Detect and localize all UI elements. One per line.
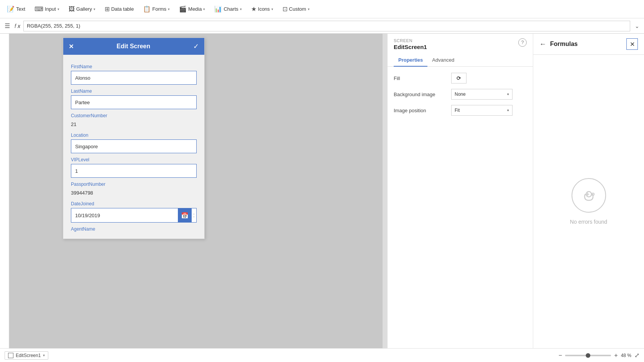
toolbar: 📝 Text ⌨ Input ▾ 🖼 Gallery ▾ ⊞ Data tabl… [0,0,644,18]
toolbar-item-gallery[interactable]: 🖼 Gallery ▾ [65,3,99,15]
image-position-value: Fit ▾ [451,105,527,116]
passportnumber-label: PassportNumber [71,182,197,187]
fill-icon: ⟳ [457,75,461,81]
toolbar-item-forms[interactable]: 📋 Forms ▾ [139,3,174,15]
firstname-label: FirstName [71,64,197,69]
firstname-input[interactable] [71,71,197,85]
edit-screen-header: ✕ Edit Screen ✓ [63,38,204,55]
toolbar-item-text[interactable]: 📝 Text [3,3,29,15]
edit-screen-close-button[interactable]: ✕ [69,43,74,50]
custom-icon: ⊡ [283,5,288,13]
close-icon: ✕ [630,41,635,48]
icons-icon: ★ [251,5,256,13]
properties-content: Fill ⟳ Background image None ▾ Image pos [388,67,533,127]
calendar-button[interactable]: 📅 [178,208,192,222]
background-image-select[interactable]: None ▾ [451,89,513,100]
toolbar-item-datatable[interactable]: ⊞ Data table [101,3,138,15]
charts-chevron-icon: ▾ [240,7,242,11]
image-position-label: Image position [394,108,451,113]
formulas-close-button[interactable]: ✕ [626,38,638,50]
fill-row: Fill ⟳ [394,73,527,84]
zoom-in-button[interactable]: + [614,352,618,359]
toolbar-item-custom[interactable]: ⊡ Custom ▾ [279,3,314,15]
forms-icon: 📋 [143,5,151,13]
bottom-screen-name: EditScreen1 [16,353,41,358]
customernumber-label: CustomerNumber [71,113,197,118]
properties-panel: SCREEN EditScreen1 Properties Advanced F… [387,34,533,348]
edit-screen-panel: ✕ Edit Screen ✓ FirstName LastName Custo… [63,38,205,239]
screen-label: SCREEN [388,34,533,44]
canvas-area: ✕ Edit Screen ✓ FirstName LastName Custo… [9,34,387,348]
formulas-content: No errors found [533,55,644,348]
gallery-chevron-icon: ▾ [94,7,95,11]
icons-chevron-icon: ▾ [271,7,273,11]
formula-expand-icon[interactable]: ⌄ [633,21,641,31]
no-errors-text: No errors found [570,219,607,225]
customernumber-value: 21 [71,120,197,129]
passportnumber-value: 39944798 [71,188,197,197]
lastname-label: LastName [71,88,197,94]
forms-chevron-icon: ▾ [168,7,170,11]
zoom-controls: − + 48 % ⤢ [559,352,639,359]
formulas-panel: ← Formulas ✕ No errors found [533,34,644,348]
toolbar-item-charts[interactable]: 📊 Charts ▾ [210,3,245,15]
charts-icon: 📊 [214,5,222,13]
zoom-slider-thumb [586,353,590,358]
toolbar-forms-label: Forms [152,6,166,12]
formula-bar: ☰ fx ⌄ [0,18,644,34]
background-image-row: Background image None ▾ [394,89,527,100]
left-sidebar [0,34,9,348]
calendar-icon: 📅 [181,212,189,219]
media-icon: 🎬 [179,5,187,13]
no-errors-icon [572,178,606,213]
edit-screen-confirm-button[interactable]: ✓ [193,42,199,51]
media-chevron-icon: ▾ [203,7,205,11]
background-image-chevron-icon: ▾ [507,92,509,96]
edit-screen-body: FirstName LastName CustomerNumber 21 Loc… [63,55,204,239]
toolbar-item-input[interactable]: ⌨ Input ▾ [31,3,63,15]
lastname-input[interactable] [71,95,197,109]
fx-indicator: fx [15,23,20,29]
formulas-title: Formulas [550,41,623,48]
expand-icon[interactable]: ⤢ [634,352,639,359]
screen-rect-icon [8,353,13,358]
toolbar-icons-label: Icons [258,6,270,12]
bottom-screen-chevron-icon: ▾ [43,353,45,357]
fill-color-picker[interactable]: ⟳ [451,73,467,84]
formulas-header: ← Formulas ✕ [533,34,644,55]
edit-screen-title: Edit Screen [117,43,150,50]
datejoined-label: DateJoined [71,201,197,206]
viplevel-input[interactable] [71,164,197,178]
toolbar-item-icons[interactable]: ★ Icons ▾ [247,3,277,15]
fill-value: ⟳ [451,73,527,84]
image-position-option: Fit [455,108,460,113]
zoom-value: 48 % [621,353,631,358]
properties-tabs: Properties Advanced [388,54,533,67]
screen-name: EditScreen1 [388,44,533,54]
date-separator: : [192,212,196,219]
background-image-label: Background image [394,92,451,97]
input-chevron-icon: ▾ [58,7,59,11]
formula-input[interactable] [23,21,630,31]
datejoined-input[interactable] [71,208,178,222]
location-input[interactable] [71,139,197,153]
location-label: Location [71,133,197,138]
screen-tag[interactable]: EditScreen1 ▾ [5,351,48,360]
tab-advanced[interactable]: Advanced [427,54,459,67]
tab-properties[interactable]: Properties [394,54,427,67]
fill-label: Fill [394,75,451,81]
canvas-scrollbar[interactable] [383,34,387,348]
image-position-select[interactable]: Fit ▾ [451,105,513,116]
image-position-chevron-icon: ▾ [507,108,509,112]
datejoined-field: 📅 : [71,208,197,223]
background-image-option: None [455,92,466,97]
zoom-slider[interactable] [565,355,611,356]
zoom-out-button[interactable]: − [559,352,562,359]
background-image-value: None ▾ [451,89,527,100]
formulas-back-button[interactable]: ← [539,40,546,48]
datatable-icon: ⊞ [105,5,110,13]
hamburger-icon[interactable]: ☰ [3,21,12,31]
help-icon[interactable]: ? [518,38,527,47]
toolbar-item-media[interactable]: 🎬 Media ▾ [175,3,209,15]
bottom-bar: EditScreen1 ▾ − + 48 % ⤢ [0,348,644,362]
